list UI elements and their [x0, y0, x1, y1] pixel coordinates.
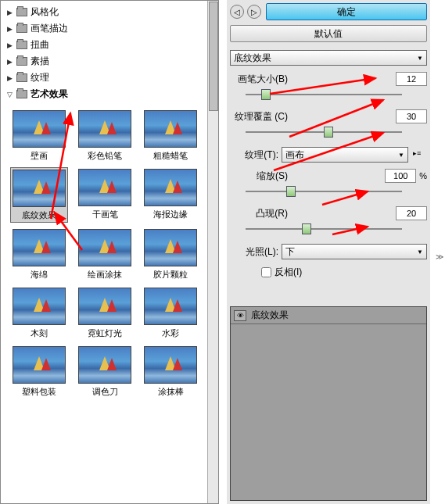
tree-item-brushstrokes[interactable]: ▶画笔描边 — [4, 20, 215, 37]
tree-item-distort[interactable]: ▶扭曲 — [4, 37, 215, 53]
folder-icon — [16, 41, 27, 49]
thumb-label: 海报边缘 — [142, 208, 199, 221]
thumb-霓虹灯光[interactable]: 霓虹灯光 — [76, 286, 134, 340]
thumb-粗糙蜡笔[interactable]: 粗糙蜡笔 — [142, 109, 199, 163]
thumb-preview — [78, 229, 131, 266]
thumb-label: 干画笔 — [76, 208, 134, 221]
folder-icon — [16, 90, 27, 98]
tree-item-sketch[interactable]: ▶素描 — [4, 53, 215, 70]
chevron-right-icon: ▶ — [7, 58, 15, 66]
nav-prev-button[interactable]: ◁ — [230, 5, 244, 19]
percent-label: % — [419, 171, 427, 181]
thumb-label: 底纹效果 — [11, 209, 67, 222]
texture-coverage-input[interactable] — [396, 109, 427, 123]
thumb-preview — [13, 229, 66, 266]
thumb-彩色铅笔[interactable]: 彩色铅笔 — [76, 109, 134, 163]
tree-item-stylize[interactable]: ▶风格化 — [4, 4, 215, 20]
thumb-水彩[interactable]: 水彩 — [142, 286, 199, 340]
relief-slider[interactable] — [246, 222, 402, 236]
default-button[interactable]: 默认值 — [230, 25, 427, 42]
thumb-label: 塑料包装 — [10, 385, 68, 399]
nav-next-button[interactable]: ▷ — [247, 5, 261, 19]
thumb-胶片颗粒[interactable]: 胶片颗粒 — [142, 227, 199, 281]
chevron-down-icon: ▼ — [417, 248, 423, 256]
texture-coverage-slider[interactable] — [246, 125, 402, 139]
texture-select[interactable]: 画布▼ — [282, 147, 408, 163]
thumb-label: 水彩 — [142, 327, 199, 340]
thumb-preview — [13, 170, 66, 207]
scaling-input[interactable] — [385, 169, 416, 183]
invert-checkbox[interactable] — [261, 267, 271, 277]
chevron-right-icon: ▶ — [7, 74, 15, 82]
thumb-木刻[interactable]: 木刻 — [10, 286, 68, 340]
texture-label: 纹理(T): — [230, 148, 282, 162]
folder-icon — [16, 8, 27, 16]
thumb-调色刀[interactable]: 调色刀 — [76, 345, 134, 399]
thumb-preview — [144, 110, 197, 148]
thumb-底纹效果[interactable]: 底纹效果 — [10, 167, 68, 223]
thumb-塑料包装[interactable]: 塑料包装 — [10, 345, 68, 399]
slider-thumb[interactable] — [286, 186, 296, 197]
brush-size-slider[interactable] — [246, 88, 402, 102]
thumb-label: 粗糙蜡笔 — [142, 149, 199, 163]
thumb-label: 壁画 — [10, 149, 68, 163]
folder-icon — [16, 57, 27, 66]
slider-thumb[interactable] — [302, 223, 311, 234]
light-label: 光照(L): — [230, 245, 282, 259]
thumb-label: 调色刀 — [76, 385, 134, 399]
filter-select[interactable]: 底纹效果 ▼ — [230, 50, 427, 66]
filter-options-panel: ◁ ▷ 确定 默认值 底纹效果 ▼ 画笔大小(B) 纹理覆盖 (C) 纹理(T)… — [227, 0, 430, 504]
texture-select-value: 画布 — [285, 148, 304, 162]
effect-item-label: 底纹效果 — [251, 309, 289, 322]
ok-button[interactable]: 确定 — [266, 3, 427, 20]
chevron-down-icon: ▼ — [417, 55, 423, 62]
tree-label: 纹理 — [31, 71, 49, 84]
effect-item[interactable]: 👁 底纹效果 — [231, 307, 426, 324]
slider-thumb[interactable] — [261, 89, 271, 100]
thumb-label: 绘画涂抹 — [76, 268, 134, 281]
thumb-label: 胶片颗粒 — [142, 268, 199, 281]
thumb-绘画涂抹[interactable]: 绘画涂抹 — [76, 227, 134, 281]
light-select[interactable]: 下▼ — [282, 244, 427, 259]
chevron-down-icon: ▼ — [398, 152, 404, 159]
thumbnail-grid: 壁画彩色铅笔粗糙蜡笔底纹效果干画笔海报边缘海绵绘画涂抹胶片颗粒木刻霓虹灯光水彩塑… — [4, 105, 215, 402]
thumb-label: 涂抹棒 — [142, 385, 199, 399]
thumb-preview — [78, 169, 131, 206]
brush-size-label: 画笔大小(B) — [230, 73, 292, 86]
chevron-down-icon: ▽ — [7, 91, 15, 98]
tree-label: 素描 — [31, 55, 49, 68]
thumb-preview — [78, 346, 131, 384]
thumb-干画笔[interactable]: 干画笔 — [76, 167, 134, 223]
relief-input[interactable] — [396, 206, 427, 220]
scrollbar-thumb[interactable] — [209, 2, 218, 111]
brush-size-input[interactable] — [396, 72, 427, 86]
filter-select-value: 底纹效果 — [234, 52, 271, 65]
slider-thumb[interactable] — [324, 127, 333, 138]
thumb-preview — [144, 288, 197, 325]
applied-effects-list: 👁 底纹效果 — [230, 306, 427, 501]
thumb-preview — [13, 110, 66, 148]
scrollbar[interactable] — [207, 1, 218, 503]
texture-menu-button[interactable]: ▸≡ — [413, 149, 427, 160]
thumb-preview — [144, 346, 197, 384]
thumb-preview — [144, 169, 197, 206]
thumb-海绵[interactable]: 海绵 — [10, 227, 68, 281]
thumb-涂抹棒[interactable]: 涂抹棒 — [142, 345, 199, 399]
filter-gallery-panel: ▶风格化 ▶画笔描边 ▶扭曲 ▶素描 ▶纹理 ▽艺术效果 壁画彩色铅笔粗糙蜡笔底… — [0, 0, 219, 504]
tree-item-texture[interactable]: ▶纹理 — [4, 70, 215, 86]
visibility-icon[interactable]: 👁 — [234, 310, 246, 321]
collapse-icon[interactable]: ≫ — [436, 252, 443, 261]
thumb-label: 彩色铅笔 — [76, 149, 134, 163]
tree-item-artistic[interactable]: ▽艺术效果 — [4, 86, 215, 102]
thumb-label: 海绵 — [10, 268, 68, 281]
tree-label: 风格化 — [31, 5, 59, 19]
thumb-海报边缘[interactable]: 海报边缘 — [142, 167, 199, 223]
thumb-preview — [13, 346, 66, 384]
thumb-preview — [144, 229, 197, 266]
scaling-slider[interactable] — [246, 184, 402, 198]
thumb-壁画[interactable]: 壁画 — [10, 109, 68, 163]
thumb-preview — [13, 288, 66, 325]
relief-label: 凸现(R) — [230, 207, 292, 220]
tree-label: 扭曲 — [31, 38, 49, 52]
filter-tree: ▶风格化 ▶画笔描边 ▶扭曲 ▶素描 ▶纹理 ▽艺术效果 壁画彩色铅笔粗糙蜡笔底… — [1, 1, 218, 405]
